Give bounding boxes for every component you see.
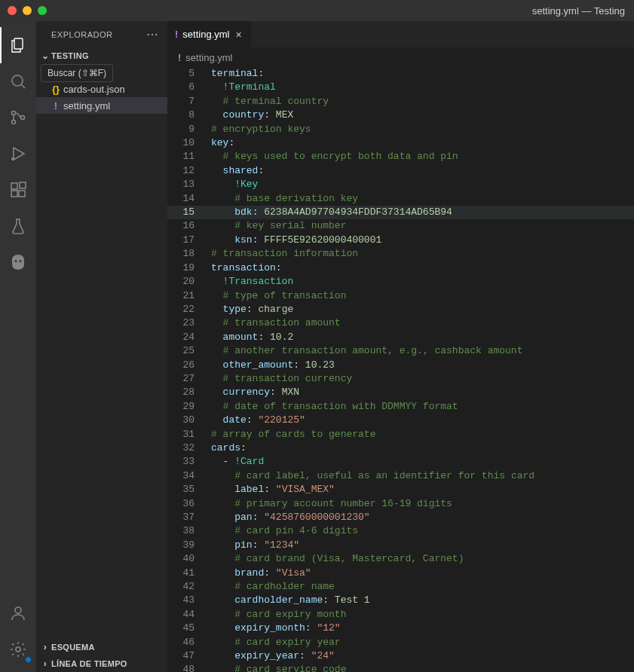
code-content: # base derivation key	[211, 192, 634, 206]
code-line[interactable]: 23 # transaction amount	[167, 316, 634, 330]
file-item[interactable]: !setting.yml	[36, 97, 167, 114]
line-number: 22	[167, 303, 211, 316]
code-line[interactable]: 6 !Terminal	[167, 81, 634, 94]
code-line[interactable]: 31# array of cards to generate	[167, 428, 634, 441]
code-content: # key serial number	[211, 219, 634, 233]
code-line[interactable]: 38 # card pin 4-6 digits	[167, 524, 634, 538]
code-line[interactable]: 30 date: "220125"	[167, 414, 634, 427]
file-type-icon: !	[48, 100, 63, 111]
line-number: 40	[167, 552, 211, 566]
file-item[interactable]: {}cards-out.json	[36, 81, 167, 97]
file-label: cards-out.json	[63, 84, 125, 95]
code-content: expiry_month: "12"	[211, 622, 634, 635]
testing-icon[interactable]	[0, 208, 36, 244]
code-line[interactable]: 28 currency: MXN	[167, 386, 634, 399]
account-icon[interactable]	[0, 595, 36, 631]
tabs: ! setting.yml ×	[167, 21, 634, 47]
line-number: 12	[167, 164, 211, 178]
line-number: 32	[167, 441, 211, 455]
code-line[interactable]: 26 other_amount: 10.23	[167, 359, 634, 372]
code-content: # keys used to encrypt both data and pin	[211, 150, 634, 163]
code-line[interactable]: 8 country: MEX	[167, 108, 634, 122]
code-content: # array of cards to generate	[211, 428, 634, 441]
code-line[interactable]: 12 shared:	[167, 164, 634, 178]
explorer-icon[interactable]	[0, 27, 36, 63]
search-icon[interactable]	[0, 63, 36, 99]
code-line[interactable]: 43 cardholder_name: Test 1	[167, 594, 634, 607]
code-line[interactable]: 27 # transaction currency	[167, 372, 634, 386]
code-line[interactable]: 13 !Key	[167, 178, 634, 191]
code-line[interactable]: 39 pin: "1234"	[167, 539, 634, 552]
code-line[interactable]: 20 !Transaction	[167, 275, 634, 289]
svg-rect-0	[14, 38, 23, 49]
code-content: transaction:	[211, 261, 634, 275]
code-content: !Transaction	[211, 275, 634, 289]
code-content: !Terminal	[211, 81, 634, 94]
code-line[interactable]: 34 # card label, useful as an identifier…	[167, 469, 634, 483]
code-line[interactable]: 33 - !Card	[167, 455, 634, 469]
minimize-window-button[interactable]	[23, 6, 32, 15]
code-content: # transaction information	[211, 247, 634, 261]
code-content: # encryption keys	[211, 123, 634, 136]
settings-gear-icon[interactable]	[0, 631, 36, 667]
code-line[interactable]: 41 brand: "Visa"	[167, 567, 634, 580]
code-line[interactable]: 15 bdk: 6238A4AD97704934FDDF37314AD65B94	[167, 206, 634, 219]
close-window-button[interactable]	[8, 6, 17, 15]
extensions-icon[interactable]	[0, 172, 36, 208]
line-number: 25	[167, 344, 211, 358]
code-line[interactable]: 10key:	[167, 136, 634, 150]
code-line[interactable]: 11 # keys used to encrypt both data and …	[167, 150, 634, 163]
code-line[interactable]: 24 amount: 10.2	[167, 331, 634, 344]
code-editor[interactable]: 5terminal:6 !Terminal7 # terminal countr…	[167, 67, 634, 672]
code-line[interactable]: 5terminal:	[167, 67, 634, 81]
code-line[interactable]: 44 # card expiry month	[167, 608, 634, 622]
line-number: 37	[167, 511, 211, 524]
code-line[interactable]: 17 ksn: FFFF5E92620000400001	[167, 234, 634, 247]
code-line[interactable]: 18# transaction information	[167, 247, 634, 261]
sidebar-section[interactable]: ›ESQUEMA	[36, 639, 167, 655]
code-line[interactable]: 32cards:	[167, 441, 634, 455]
code-line[interactable]: 35 label: "VISA_MEX"	[167, 483, 634, 496]
close-icon[interactable]: ×	[234, 29, 243, 41]
line-number: 5	[167, 67, 211, 81]
code-line[interactable]: 48 # card service code	[167, 663, 634, 672]
project-header[interactable]: ⌄ TESTING	[36, 47, 167, 64]
code-line[interactable]: 36 # primary account number 16-19 digits	[167, 497, 634, 511]
sidebar-more-icon[interactable]: ⋯	[146, 27, 159, 41]
code-line[interactable]: 25 # another transaction amount, e.g., c…	[167, 344, 634, 358]
maximize-window-button[interactable]	[38, 6, 47, 15]
line-number: 19	[167, 261, 211, 275]
code-line[interactable]: 42 # cardholder name	[167, 580, 634, 594]
line-number: 29	[167, 400, 211, 414]
yml-icon: !	[178, 52, 181, 63]
code-line[interactable]: 45 expiry_month: "12"	[167, 622, 634, 635]
breadcrumb[interactable]: ! setting.yml	[167, 47, 634, 67]
activity-bar	[0, 21, 36, 672]
svg-point-3	[12, 111, 16, 115]
code-line[interactable]: 47 expiry_year: "24"	[167, 649, 634, 663]
code-line[interactable]: 22 type: charge	[167, 303, 634, 316]
code-line[interactable]: 19transaction:	[167, 261, 634, 275]
code-line[interactable]: 7 # terminal country	[167, 95, 634, 108]
code-line[interactable]: 40 # card brand (Visa, Mastercard, Carne…	[167, 552, 634, 566]
source-control-icon[interactable]	[0, 99, 36, 136]
tab-setting-yml[interactable]: ! setting.yml ×	[167, 21, 252, 47]
window-title: setting.yml — Testing	[532, 5, 625, 17]
code-line[interactable]: 9# encryption keys	[167, 123, 634, 136]
code-line[interactable]: 46 # card expiry year	[167, 636, 634, 649]
code-content: - !Card	[211, 455, 634, 469]
sidebar-title: EXPLORADOR	[51, 30, 112, 39]
line-number: 33	[167, 455, 211, 469]
run-debug-icon[interactable]	[0, 136, 36, 172]
sidebar: EXPLORADOR ⋯ ⌄ TESTING Buscar (⇧⌘F) {}ca…	[36, 21, 167, 672]
code-line[interactable]: 37 pan: "4258760000001230"	[167, 511, 634, 524]
copilot-icon[interactable]	[0, 244, 36, 280]
svg-line-2	[21, 84, 25, 88]
code-line[interactable]: 21 # type of transaction	[167, 289, 634, 303]
code-line[interactable]: 16 # key serial number	[167, 219, 634, 233]
code-line[interactable]: 14 # base derivation key	[167, 192, 634, 206]
code-content: # card brand (Visa, Mastercard, Carnet)	[211, 552, 634, 566]
sidebar-section[interactable]: ›LÍNEA DE TIEMPO	[36, 655, 167, 672]
code-line[interactable]: 29 # date of transaction with DDMMYY for…	[167, 400, 634, 414]
line-number: 18	[167, 247, 211, 261]
